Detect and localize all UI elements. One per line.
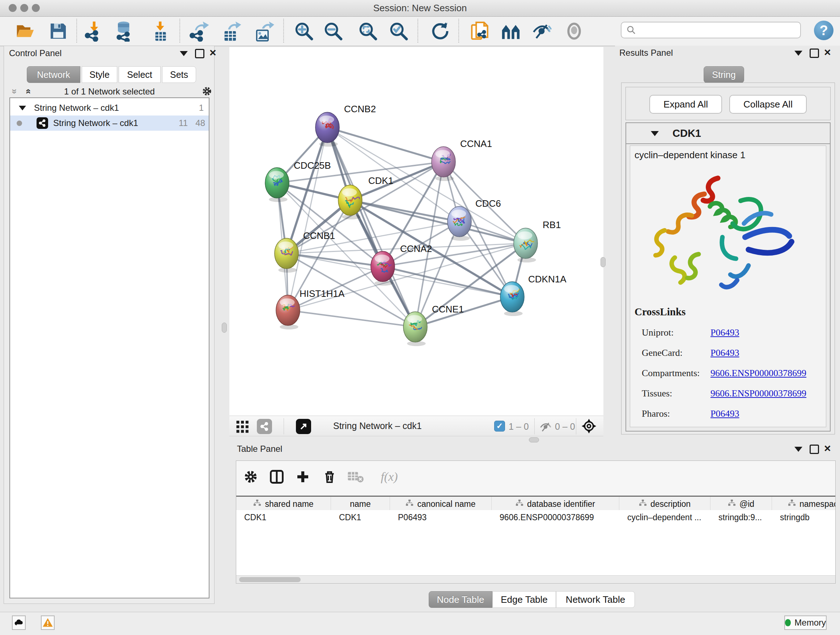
float-panel-icon[interactable]: [794, 447, 802, 452]
help-button[interactable]: ?: [814, 21, 834, 40]
crosslink-row: Pharos:P06493: [642, 404, 823, 424]
crosslink-value-link[interactable]: P06493: [711, 348, 739, 358]
tab-sets[interactable]: Sets: [162, 66, 196, 83]
cloud-icon: [14, 618, 24, 628]
tab-node-table[interactable]: Node Table: [429, 591, 493, 608]
column-label: namespace: [799, 499, 836, 509]
network-graph: CCNB2CCNA1CDC25BCDK1CDC6RB1CCNB1CCNA2CDK…: [229, 47, 603, 416]
network-node-CCNE1[interactable]: [403, 312, 427, 346]
reset-zoom-crosshair-icon[interactable]: [581, 418, 597, 435]
column-header-name[interactable]: name: [331, 497, 390, 511]
warning-status-button[interactable]: [41, 616, 55, 630]
delete-columns-icon[interactable]: [320, 467, 339, 486]
memory-button[interactable]: Memory: [784, 616, 827, 630]
crosslink-label: Pharos:: [642, 409, 711, 419]
close-panel-icon[interactable]: ×: [210, 49, 216, 56]
detach-view-icon[interactable]: [296, 419, 311, 434]
node-label-CCNA1: CCNA1: [460, 138, 492, 149]
crosslink-value-link[interactable]: P06493: [711, 327, 739, 338]
zoom-out-icon[interactable]: [322, 19, 345, 43]
import-table-from-file-icon[interactable]: [149, 19, 172, 43]
network-row[interactable]: String Network – cdk1 11 48: [10, 116, 209, 131]
maximize-panel-icon[interactable]: [810, 49, 819, 58]
create-column-icon[interactable]: [294, 467, 312, 486]
import-network-from-database-icon[interactable]: [113, 19, 136, 43]
hide-selected-icon[interactable]: [530, 19, 553, 43]
table-options-gear-icon[interactable]: [241, 467, 260, 486]
first-neighbors-icon[interactable]: [499, 19, 523, 43]
float-panel-icon[interactable]: [794, 51, 802, 56]
crosslink-value-link[interactable]: 9606.ENSP00000378699: [711, 368, 806, 379]
left-splitter-handle[interactable]: [222, 323, 227, 333]
column-header-canonical-name[interactable]: canonical name: [390, 497, 492, 511]
open-session-icon[interactable]: [14, 19, 37, 43]
export-network-icon[interactable]: [188, 19, 211, 43]
string-panel-icon[interactable]: [257, 419, 272, 434]
maximize-panel-icon[interactable]: [810, 445, 819, 454]
collapse-all-button[interactable]: Collapse All: [729, 95, 807, 114]
column-label: canonical name: [417, 499, 475, 509]
tab-edge-table[interactable]: Edge Table: [493, 591, 556, 608]
close-panel-icon[interactable]: ×: [824, 49, 831, 56]
network-node-CDKN1A[interactable]: [500, 282, 524, 316]
toolbar-separator: [76, 19, 77, 43]
clone-network-icon[interactable]: [468, 19, 491, 43]
show-all-icon[interactable]: [562, 19, 586, 43]
export-image-icon[interactable]: [252, 19, 275, 43]
table-cell: stringdb: [772, 510, 836, 524]
collapse-gene-icon[interactable]: [651, 131, 659, 136]
cloud-status-button[interactable]: [12, 616, 26, 630]
expand-all-button[interactable]: Expand All: [649, 95, 722, 114]
network-node-CCNB2[interactable]: [316, 112, 339, 147]
birds-eye-view-icon[interactable]: [236, 420, 249, 435]
tab-network-table[interactable]: Network Table: [556, 591, 635, 608]
table-row[interactable]: CDK1CDK1P064939606.ENSP00000378699cyclin…: [236, 510, 835, 524]
network-canvas[interactable]: CCNB2CCNA1CDC25BCDK1CDC6RB1CCNB1CCNA2CDK…: [229, 47, 603, 416]
show-columns-icon[interactable]: [267, 467, 286, 486]
refresh-view-icon[interactable]: [429, 19, 452, 43]
selection-status: 1 of 1 Network selected: [8, 87, 211, 97]
node-label-CCNA2: CCNA2: [400, 243, 432, 254]
tab-select[interactable]: Select: [118, 66, 161, 83]
right-splitter-handle[interactable]: [600, 257, 606, 267]
export-table-icon[interactable]: [220, 19, 243, 43]
gene-section-header[interactable]: CDK1: [626, 123, 830, 144]
zoom-fit-content-icon[interactable]: [356, 19, 379, 43]
zoom-in-icon[interactable]: [292, 19, 316, 43]
search-input[interactable]: [637, 25, 794, 35]
crosslink-value-link[interactable]: P06493: [711, 409, 739, 419]
column-header-shared-name[interactable]: shared name: [236, 497, 331, 511]
gene-name: CDK1: [673, 127, 701, 139]
table-empty-area: [236, 524, 835, 575]
network-node-CDC6[interactable]: [447, 206, 471, 241]
column-tree-icon: [253, 499, 261, 509]
column-header-at-id[interactable]: @id: [711, 497, 772, 511]
column-header-database-identifier[interactable]: database identifier: [492, 497, 619, 511]
node-count: 11: [179, 118, 188, 128]
tab-style[interactable]: Style: [82, 66, 117, 83]
search-box: [621, 22, 801, 38]
tab-network[interactable]: Network: [27, 66, 80, 83]
float-panel-icon[interactable]: [180, 51, 188, 56]
collapse-tree-icon[interactable]: [19, 106, 26, 111]
network-node-CDC25B[interactable]: [265, 168, 289, 202]
crosslink-label: Uniprot:: [642, 327, 711, 338]
network-collection-row[interactable]: String Network – cdk1 1: [10, 100, 209, 116]
scrollbar-thumb[interactable]: [239, 577, 301, 582]
save-session-icon[interactable]: [47, 19, 70, 43]
network-node-CCNB1[interactable]: [275, 238, 298, 272]
close-panel-icon[interactable]: ×: [824, 445, 831, 452]
column-tree-icon: [728, 499, 736, 509]
column-header-description[interactable]: description: [619, 497, 711, 511]
network-node-HIST1H1A[interactable]: [276, 295, 300, 329]
selected-checkbox-icon[interactable]: ✓: [494, 421, 505, 432]
zoom-selected-icon[interactable]: [387, 19, 410, 43]
import-network-from-file-icon[interactable]: [82, 19, 105, 43]
network-options-gear-icon[interactable]: [202, 86, 212, 98]
column-label: database identifier: [527, 499, 595, 509]
crosslink-value-link[interactable]: 9606.ENSP00000378699: [711, 388, 806, 399]
maximize-panel-icon[interactable]: [195, 49, 204, 58]
network-node-RB1[interactable]: [514, 228, 538, 263]
column-header-namespace[interactable]: namespace: [772, 497, 836, 511]
tab-string[interactable]: String: [704, 66, 744, 83]
